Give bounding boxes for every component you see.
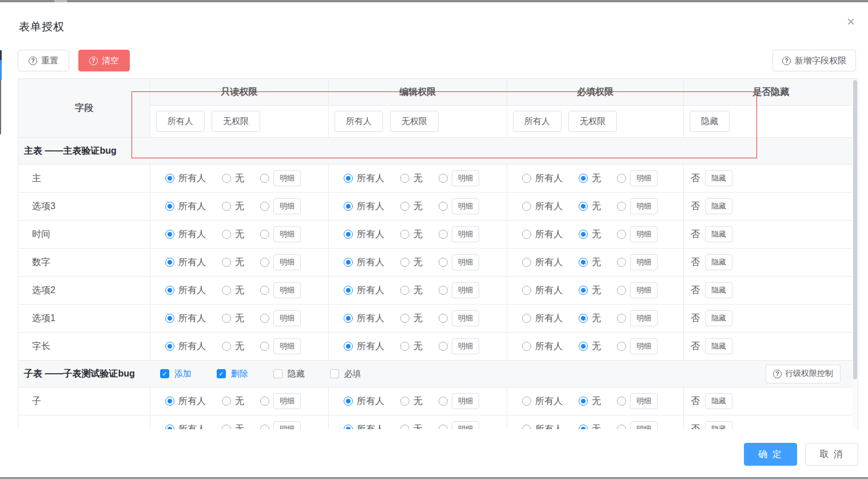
radio-option-everyone[interactable]: 所有人: [165, 173, 206, 185]
radio-option-detail[interactable]: 明细: [260, 421, 301, 429]
radio-detail[interactable]: [617, 286, 626, 295]
radio-option-none[interactable]: 无: [579, 173, 601, 185]
radio-everyone[interactable]: [522, 342, 531, 351]
radio-everyone-selected[interactable]: [344, 314, 353, 323]
radio-option-detail[interactable]: 明细: [617, 421, 658, 429]
radio-detail[interactable]: [260, 202, 269, 211]
radio-detail[interactable]: [617, 230, 626, 239]
radio-option-everyone[interactable]: 所有人: [522, 257, 563, 269]
radio-option-detail[interactable]: 明细: [260, 198, 301, 214]
radio-option-none[interactable]: 无: [579, 423, 601, 430]
radio-everyone-selected[interactable]: [344, 258, 353, 267]
radio-everyone[interactable]: [522, 425, 531, 429]
radio-everyone[interactable]: [522, 174, 531, 183]
radio-none-selected[interactable]: [579, 230, 588, 239]
detail-button[interactable]: 明细: [452, 254, 479, 270]
radio-everyone-selected[interactable]: [165, 174, 174, 183]
radio-none[interactable]: [400, 202, 409, 211]
radio-detail[interactable]: [617, 258, 626, 267]
radio-everyone[interactable]: [522, 230, 531, 239]
radio-everyone-selected[interactable]: [344, 286, 353, 295]
radio-option-none[interactable]: 无: [222, 229, 244, 241]
detail-button[interactable]: 明细: [273, 254, 301, 270]
checkbox-box-checked[interactable]: [160, 369, 169, 378]
radio-option-detail[interactable]: 明细: [617, 254, 658, 270]
radio-detail[interactable]: [617, 342, 626, 351]
radio-detail[interactable]: [260, 174, 269, 183]
radio-detail[interactable]: [617, 314, 626, 323]
hide-button[interactable]: 隐藏: [705, 282, 732, 298]
checkbox-必填[interactable]: 必填: [330, 369, 361, 379]
radio-option-everyone[interactable]: 所有人: [522, 229, 563, 241]
radio-detail[interactable]: [439, 286, 448, 295]
radio-option-none[interactable]: 无: [579, 257, 601, 269]
radio-detail[interactable]: [260, 342, 269, 351]
detail-button[interactable]: 明细: [630, 282, 658, 298]
radio-option-none[interactable]: 无: [400, 313, 423, 325]
radio-option-detail[interactable]: 明细: [439, 226, 479, 242]
radio-option-everyone[interactable]: 所有人: [165, 423, 206, 430]
radio-option-detail[interactable]: 明细: [439, 421, 479, 429]
radio-option-detail[interactable]: 明细: [617, 226, 658, 242]
detail-button[interactable]: 明细: [630, 254, 658, 270]
radio-none-selected[interactable]: [579, 286, 588, 295]
cancel-button[interactable]: 取 消: [805, 443, 858, 466]
radio-option-everyone[interactable]: 所有人: [522, 173, 563, 185]
radio-none[interactable]: [400, 258, 409, 267]
checkbox-box[interactable]: [273, 369, 282, 378]
detail-button[interactable]: 明细: [452, 338, 479, 354]
radio-everyone-selected[interactable]: [344, 342, 353, 351]
radio-option-detail[interactable]: 明细: [617, 310, 658, 326]
radio-option-detail[interactable]: 明细: [439, 310, 479, 326]
radio-option-detail[interactable]: 明细: [617, 170, 658, 186]
checkbox-删除[interactable]: 删除: [217, 369, 248, 379]
radio-option-detail[interactable]: 明细: [617, 338, 658, 354]
add-field-permission-button[interactable]: ? 新增字段权限: [773, 50, 856, 71]
radio-option-none[interactable]: 无: [222, 341, 244, 353]
radio-everyone-selected[interactable]: [344, 202, 353, 211]
table-scrollbar-track[interactable]: [853, 79, 858, 429]
radio-everyone-selected[interactable]: [165, 342, 174, 351]
radio-detail[interactable]: [260, 425, 269, 429]
radio-option-everyone[interactable]: 所有人: [344, 229, 384, 241]
radio-option-none[interactable]: 无: [579, 313, 601, 325]
radio-everyone-selected[interactable]: [165, 397, 174, 406]
radio-option-everyone[interactable]: 所有人: [344, 313, 384, 325]
radio-option-detail[interactable]: 明细: [260, 254, 301, 270]
bulk-所有人-button[interactable]: 所有人: [156, 111, 205, 132]
radio-none[interactable]: [222, 342, 231, 351]
radio-option-detail[interactable]: 明细: [260, 170, 301, 186]
radio-option-none[interactable]: 无: [222, 257, 244, 269]
radio-everyone[interactable]: [522, 286, 531, 295]
reset-button[interactable]: ? 重置: [18, 50, 69, 71]
detail-button[interactable]: 明细: [630, 421, 658, 429]
radio-none-selected[interactable]: [579, 342, 588, 351]
checkbox-box-checked[interactable]: [217, 369, 226, 378]
radio-none-selected[interactable]: [579, 314, 588, 323]
radio-everyone-selected[interactable]: [165, 286, 174, 295]
hide-button[interactable]: 隐藏: [705, 170, 732, 186]
radio-detail[interactable]: [439, 174, 448, 183]
radio-option-none[interactable]: 无: [400, 201, 423, 213]
radio-none[interactable]: [222, 202, 231, 211]
radio-none[interactable]: [222, 258, 231, 267]
detail-button[interactable]: 明细: [630, 393, 658, 409]
radio-option-everyone[interactable]: 所有人: [165, 313, 206, 325]
radio-detail[interactable]: [439, 258, 448, 267]
radio-everyone-selected[interactable]: [344, 425, 353, 429]
radio-option-everyone[interactable]: 所有人: [165, 257, 206, 269]
table-scrollbar-thumb[interactable]: [853, 80, 857, 379]
detail-button[interactable]: 明细: [452, 282, 479, 298]
bulk-无权限-button[interactable]: 无权限: [568, 111, 617, 132]
radio-option-detail[interactable]: 明细: [439, 282, 479, 298]
radio-option-everyone[interactable]: 所有人: [344, 173, 384, 185]
radio-option-none[interactable]: 无: [400, 341, 423, 353]
hide-button[interactable]: 隐藏: [705, 393, 732, 409]
radio-none[interactable]: [400, 342, 409, 351]
radio-none[interactable]: [222, 314, 231, 323]
detail-button[interactable]: 明细: [630, 170, 658, 186]
bulk-hide-button[interactable]: 隐藏: [690, 111, 730, 132]
radio-option-everyone[interactable]: 所有人: [344, 395, 384, 407]
radio-detail[interactable]: [439, 202, 448, 211]
detail-button[interactable]: 明细: [452, 393, 479, 409]
